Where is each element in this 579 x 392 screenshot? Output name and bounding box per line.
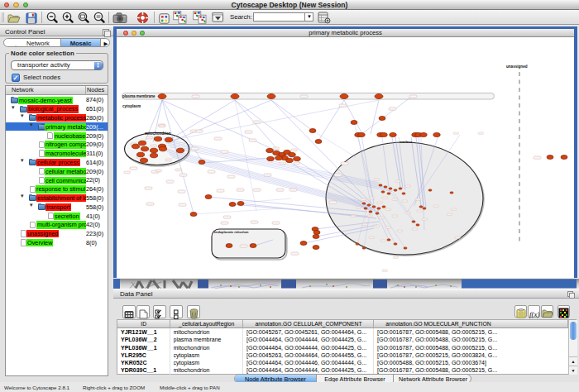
svg-text:f(x): f(x): [529, 310, 539, 318]
svg-text:nucleus: nucleus: [400, 140, 413, 144]
svg-text:plasma membrane: plasma membrane: [122, 94, 156, 98]
svg-text:unassigned: unassigned: [506, 65, 528, 69]
svg-text:cytoplasm: cytoplasm: [122, 104, 141, 108]
svg-text:endoplasmic reticulum: endoplasmic reticulum: [214, 231, 249, 234]
svg-text:mitochondrion: mitochondrion: [145, 131, 171, 136]
